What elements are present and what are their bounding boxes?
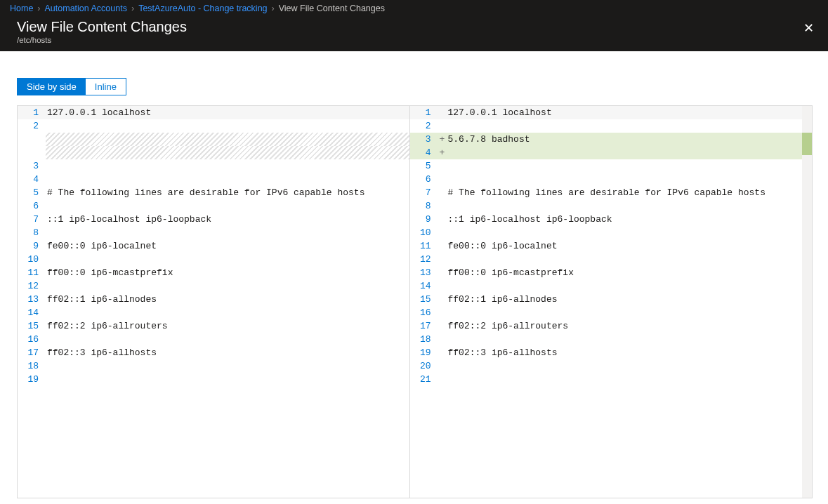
line-number: 5 (410, 159, 438, 173)
line-content (46, 173, 409, 186)
diff-line[interactable]: 17ff02::3 ip6-allhosts (18, 346, 409, 359)
diff-line[interactable]: 3 (18, 159, 409, 173)
diff-pane-original[interactable]: 1127.0.0.1 localhost2345# The following … (18, 106, 410, 498)
diff-line[interactable]: 19 (18, 373, 409, 386)
line-number: 18 (18, 359, 46, 373)
diff-line[interactable]: 1127.0.0.1 localhost (18, 106, 409, 119)
line-content: ::1 ip6-localhost ip6-loopback (447, 213, 803, 226)
line-content (447, 373, 803, 386)
overview-ruler[interactable] (802, 106, 812, 498)
line-content (447, 146, 803, 159)
line-content: fe00::0 ip6-localnet (46, 239, 409, 253)
diff-line[interactable]: 3+5.6.7.8 badhost (410, 133, 803, 146)
diff-sign (438, 199, 447, 213)
diff-line[interactable] (18, 146, 409, 159)
diff-line[interactable]: 18 (410, 333, 803, 346)
line-content: ff02::1 ip6-allnodes (46, 293, 409, 306)
line-content: 127.0.0.1 localhost (46, 106, 409, 119)
line-number: 5 (18, 186, 46, 199)
line-content (447, 226, 803, 239)
diff-line[interactable]: 15ff02::1 ip6-allnodes (410, 293, 803, 306)
breadcrumb-change-tracking[interactable]: TestAzureAuto - Change tracking (138, 4, 267, 13)
chevron-right-icon: › (37, 4, 40, 13)
chevron-right-icon: › (272, 4, 275, 13)
diff-line[interactable]: 21 (410, 373, 803, 386)
diff-line[interactable]: 16 (18, 333, 409, 346)
diff-line[interactable]: 2 (410, 119, 803, 133)
diff-viewer: 1127.0.0.1 localhost2345# The following … (17, 105, 813, 498)
line-content (46, 279, 409, 293)
line-content: ff02::3 ip6-allhosts (46, 346, 409, 359)
line-content (46, 119, 409, 133)
diff-line[interactable]: 10 (410, 226, 803, 239)
diff-line[interactable]: 10 (18, 253, 409, 266)
diff-sign: + (438, 133, 447, 146)
line-number (18, 146, 46, 159)
diff-line[interactable]: 12 (410, 253, 803, 266)
line-content (46, 253, 409, 266)
diff-line[interactable]: 14 (18, 306, 409, 319)
line-number: 16 (410, 306, 438, 319)
tab-side-by-side[interactable]: Side by side (18, 79, 86, 95)
diff-sign (438, 253, 447, 266)
diff-line[interactable]: 15ff02::2 ip6-allrouters (18, 319, 409, 333)
diff-line[interactable]: 7# The following lines are desirable for… (410, 186, 803, 199)
line-content (46, 359, 409, 373)
breadcrumb-home[interactable]: Home (10, 4, 33, 13)
diff-line[interactable]: 4 (18, 173, 409, 186)
page-subtitle: /etc/hosts (17, 36, 187, 44)
diff-line[interactable]: 12 (18, 279, 409, 293)
line-content (447, 159, 803, 173)
diff-line[interactable]: 20 (410, 359, 803, 373)
diff-line[interactable]: 13ff00::0 ip6-mcastprefix (410, 266, 803, 279)
diff-line[interactable]: 6 (18, 199, 409, 213)
page-title: View File Content Changes (17, 18, 187, 35)
line-content (46, 306, 409, 319)
diff-line[interactable] (18, 133, 409, 146)
diff-sign (438, 213, 447, 226)
diff-sign (438, 373, 447, 386)
line-content: ff02::2 ip6-allrouters (447, 319, 803, 333)
diff-sign: + (438, 146, 447, 159)
diff-pane-modified[interactable]: 1127.0.0.1 localhost23+5.6.7.8 badhost4+… (410, 106, 803, 498)
diff-sign (438, 186, 447, 199)
line-number: 6 (410, 173, 438, 186)
line-number: 1 (18, 106, 46, 119)
diff-line[interactable]: 4+ (410, 146, 803, 159)
line-number: 18 (410, 333, 438, 346)
diff-line[interactable]: 5# The following lines are desirable for… (18, 186, 409, 199)
line-number: 9 (410, 213, 438, 226)
diff-line[interactable]: 13ff02::1 ip6-allnodes (18, 293, 409, 306)
diff-line[interactable]: 11fe00::0 ip6-localnet (410, 239, 803, 253)
diff-line[interactable]: 5 (410, 159, 803, 173)
diff-line[interactable]: 9fe00::0 ip6-localnet (18, 239, 409, 253)
tab-inline[interactable]: Inline (86, 79, 126, 95)
line-number: 4 (410, 146, 438, 159)
line-content: ::1 ip6-localhost ip6-loopback (46, 213, 409, 226)
diff-sign (438, 239, 447, 253)
line-number: 7 (18, 213, 46, 226)
diff-line[interactable]: 1127.0.0.1 localhost (410, 106, 803, 119)
diff-line[interactable]: 8 (410, 199, 803, 213)
diff-line[interactable]: 17ff02::2 ip6-allrouters (410, 319, 803, 333)
line-content: # The following lines are desirable for … (46, 186, 409, 199)
breadcrumb-automation-accounts[interactable]: Automation Accounts (45, 4, 127, 13)
diff-line[interactable]: 6 (410, 173, 803, 186)
line-content: ff00::0 ip6-mcastprefix (46, 266, 409, 279)
diff-line[interactable]: 19ff02::3 ip6-allhosts (410, 346, 803, 359)
line-number: 19 (410, 346, 438, 359)
diff-line[interactable]: 18 (18, 359, 409, 373)
diff-sign (438, 226, 447, 239)
line-content (447, 119, 803, 133)
diff-line[interactable]: 16 (410, 306, 803, 319)
line-content (46, 133, 409, 146)
diff-line[interactable]: 9::1 ip6-localhost ip6-loopback (410, 213, 803, 226)
close-button[interactable]: ✕ (799, 18, 818, 38)
diff-line[interactable]: 2 (18, 119, 409, 133)
line-number: 11 (410, 239, 438, 253)
diff-line[interactable]: 14 (410, 279, 803, 293)
line-content: ff00::0 ip6-mcastprefix (447, 266, 803, 279)
diff-line[interactable]: 8 (18, 226, 409, 239)
diff-line[interactable]: 11ff00::0 ip6-mcastprefix (18, 266, 409, 279)
diff-line[interactable]: 7::1 ip6-localhost ip6-loopback (18, 213, 409, 226)
